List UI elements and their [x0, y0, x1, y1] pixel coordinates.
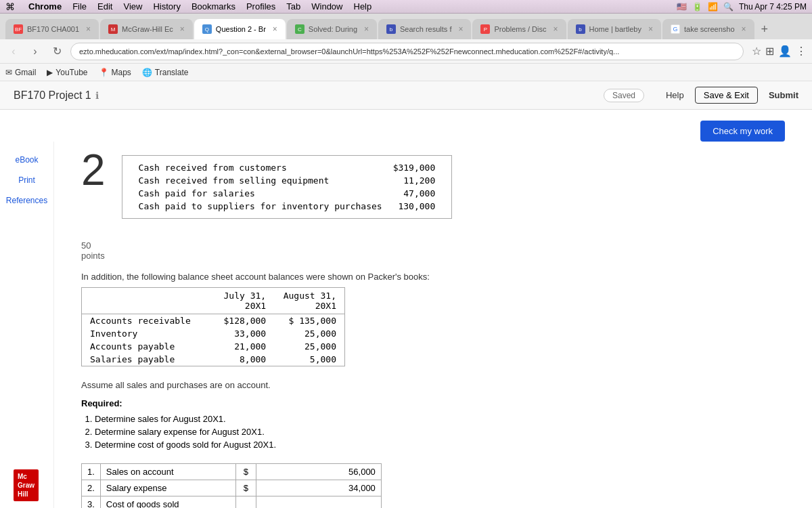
- tab-bar: BF BF170 CHA001 × M McGraw-Hill Ec × Q Q…: [0, 14, 812, 39]
- cash-flow-row: Cash paid for salaries47,000: [133, 187, 441, 200]
- wifi-icon: 📶: [708, 2, 718, 12]
- forward-button[interactable]: ›: [27, 43, 43, 60]
- bookmarks-bar: ✉ Gmail ▶ YouTube 📍 Maps 🌐 Translate: [0, 64, 812, 81]
- tab-close-search[interactable]: ×: [458, 24, 463, 34]
- answer-section: 1. Sales on account $ 56,000 2. Salary e…: [81, 463, 785, 508]
- search-icon[interactable]: 🔍: [723, 2, 734, 12]
- help-menu[interactable]: Help: [354, 1, 372, 12]
- req-item-2: Determine salary expense for August 20X1…: [95, 427, 785, 437]
- bs-august: $ 135,000: [274, 314, 344, 328]
- extension-icon[interactable]: ⊞: [765, 45, 774, 58]
- apple-menu[interactable]: ⌘: [5, 1, 15, 12]
- bs-label: Accounts payable: [82, 340, 206, 353]
- bs-august: 25,000: [274, 340, 344, 353]
- answer-label-1: Sales on account: [100, 464, 235, 480]
- app-title: BF170 Project 1 ℹ: [14, 89, 99, 102]
- tab-icon-bf170: BF: [14, 24, 23, 34]
- tab-icon-question: Q: [202, 24, 212, 34]
- sidebar-item-ebook[interactable]: eBook: [15, 152, 38, 167]
- bookmark-translate-label: Translate: [155, 68, 189, 77]
- answer-label-3: Cost of goods sold: [100, 496, 235, 509]
- bs-label: Salaries payable: [82, 353, 206, 366]
- bs-july: $128,000: [206, 314, 274, 328]
- answer-value-2: 34,000: [348, 483, 376, 493]
- cash-flow-row: Cash paid to suppliers for inventory pur…: [133, 200, 441, 213]
- balance-sheet-row: Accounts receivable$128,000$ 135,000: [82, 314, 344, 328]
- answer-symbol-1: $: [235, 464, 256, 480]
- tab-icon-google: G: [671, 24, 680, 34]
- answer-value-cell-3[interactable]: [256, 496, 381, 509]
- bookmark-star-icon[interactable]: ☆: [752, 45, 761, 58]
- file-menu[interactable]: File: [72, 1, 87, 12]
- profile-icon[interactable]: 👤: [778, 45, 792, 58]
- edit-menu[interactable]: Edit: [97, 1, 112, 12]
- tab-close-home[interactable]: ×: [648, 24, 653, 34]
- bookmark-maps[interactable]: 📍 Maps: [99, 68, 131, 77]
- tab-close-bf170[interactable]: ×: [86, 24, 91, 34]
- history-menu[interactable]: History: [153, 1, 180, 12]
- note-paragraph: Assume all sales and purchases are on ac…: [81, 380, 785, 390]
- answer-row-1: 1. Sales on account $ 56,000: [82, 464, 382, 480]
- tab-close-mcgraw[interactable]: ×: [180, 24, 185, 34]
- tab-problems[interactable]: P Problems / Disc ×: [472, 19, 566, 39]
- question-number: 2: [81, 148, 106, 192]
- tab-close-problems[interactable]: ×: [554, 24, 558, 34]
- tab-label-home: Home | bartleby: [589, 25, 641, 33]
- more-icon[interactable]: ⋮: [796, 45, 807, 58]
- check-work-button[interactable]: Check my work: [700, 121, 785, 142]
- answer-input-3[interactable]: [262, 499, 376, 508]
- tab-menu[interactable]: Tab: [286, 1, 300, 12]
- cash-flow-label: Cash received from customers: [133, 161, 388, 174]
- tab-icon-home: b: [576, 24, 585, 34]
- answer-value-1: 56,000: [348, 467, 376, 477]
- sidebar: eBook Print References: [0, 142, 54, 508]
- tab-label-search: Search results f: [400, 25, 451, 33]
- tab-google[interactable]: G take screensho ×: [662, 19, 754, 39]
- balance-sheet-row: Accounts payable21,00025,000: [82, 340, 344, 353]
- bookmark-gmail[interactable]: ✉ Gmail: [5, 68, 36, 77]
- address-input[interactable]: [70, 43, 744, 60]
- req-item-1: Determine sales for August 20X1.: [95, 414, 785, 424]
- chrome-menu[interactable]: Chrome: [28, 1, 62, 12]
- tab-solved[interactable]: C Solved: During ×: [287, 19, 377, 39]
- tab-home[interactable]: b Home | bartleby ×: [568, 19, 661, 39]
- tab-label-bf170: BF170 CHA001: [27, 25, 79, 33]
- saved-badge: Saved: [604, 89, 644, 102]
- cash-flow-label: Cash received from selling equipment: [133, 174, 388, 187]
- toolbar-icons: ☆ ⊞ 👤 ⋮: [752, 45, 807, 58]
- bookmark-translate[interactable]: 🌐 Translate: [142, 68, 189, 77]
- view-menu[interactable]: View: [123, 1, 142, 12]
- datetime: Thu Apr 7 4:25 PM: [739, 2, 807, 12]
- refresh-button[interactable]: ↻: [49, 43, 65, 60]
- cash-flow-amount: 130,000: [388, 200, 441, 213]
- balance-sheet-row: Inventory33,00025,000: [82, 327, 344, 340]
- points-label: points: [81, 251, 105, 261]
- req-item-3: Determine cost of goods sold for August …: [95, 440, 785, 450]
- save-exit-button[interactable]: Save & Exit: [695, 87, 758, 104]
- new-tab-button[interactable]: +: [756, 19, 774, 39]
- help-link[interactable]: Help: [666, 90, 684, 100]
- bookmark-youtube[interactable]: ▶ YouTube: [47, 68, 87, 77]
- cash-flow-amount: 11,200: [388, 174, 441, 187]
- info-icon[interactable]: ℹ: [95, 90, 99, 101]
- tab-close-solved[interactable]: ×: [364, 24, 369, 34]
- tab-bf170[interactable]: BF BF170 CHA001 ×: [5, 19, 99, 39]
- tab-close-google[interactable]: ×: [742, 24, 746, 34]
- bookmark-maps-label: Maps: [112, 68, 131, 77]
- window-menu[interactable]: Window: [311, 1, 342, 12]
- tab-icon-mcgraw: M: [108, 24, 118, 34]
- answer-value-cell-2: 34,000: [256, 480, 381, 496]
- tab-search[interactable]: b Search results f ×: [378, 19, 471, 39]
- cash-flow-row: Cash received from selling equipment11,2…: [133, 174, 441, 187]
- sidebar-item-references[interactable]: References: [6, 193, 47, 208]
- tab-close-question[interactable]: ×: [273, 24, 277, 34]
- bookmarks-menu[interactable]: Bookmarks: [191, 1, 235, 12]
- profiles-menu[interactable]: Profiles: [246, 1, 275, 12]
- tab-question[interactable]: Q Question 2 - Br ×: [194, 19, 286, 39]
- answer-num-1: 1.: [82, 464, 101, 480]
- tab-label-solved: Solved: During: [309, 25, 357, 33]
- back-button[interactable]: ‹: [5, 43, 22, 60]
- tab-mcgraw[interactable]: M McGraw-Hill Ec ×: [100, 19, 193, 39]
- submit-button[interactable]: Submit: [769, 90, 798, 100]
- sidebar-item-print[interactable]: Print: [18, 173, 35, 188]
